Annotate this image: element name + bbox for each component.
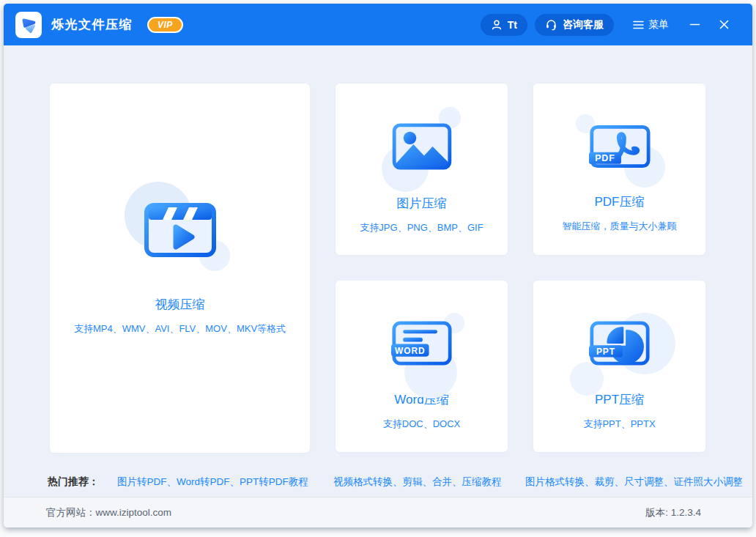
recommend-link-pdf-convert-tutorials[interactable]: 图片转PDF、Word转PDF、PPT转PDF教程 bbox=[117, 475, 308, 489]
card-title: PPT压缩 bbox=[595, 391, 644, 408]
minimize-icon bbox=[689, 19, 700, 30]
close-icon bbox=[719, 19, 730, 30]
account-button-label: Tt bbox=[508, 19, 517, 31]
card-subtitle: 支持JPG、PNG、BMP、GIF bbox=[360, 221, 483, 234]
app-logo bbox=[15, 12, 42, 38]
video-compress-icon bbox=[144, 201, 217, 259]
support-button[interactable]: 咨询客服 bbox=[535, 14, 614, 36]
card-video-compress[interactable]: 视频压缩 支持MP4、WMV、AVI、FLV、MOV、MKV等格式 bbox=[50, 84, 310, 453]
headset-icon bbox=[545, 18, 557, 31]
version-label: 版本: 1.2.3.4 bbox=[645, 506, 701, 519]
ppt-icon-badge: PPT bbox=[596, 347, 615, 357]
image-compress-icon bbox=[392, 123, 452, 170]
card-title: PDF压缩 bbox=[595, 193, 645, 210]
close-button[interactable] bbox=[716, 17, 732, 33]
recommend-link-video-tutorials[interactable]: 视频格式转换、剪辑、合并、压缩教程 bbox=[333, 475, 502, 489]
card-pdf-compress[interactable]: PDF PDF压缩 智能压缩，质量与大小兼顾 bbox=[533, 84, 705, 255]
hot-recommendations: 热门推荐： 图片转PDF、Word转PDF、PPT转PDF教程 视频格式转换、剪… bbox=[4, 473, 752, 492]
vip-badge[interactable]: VIP bbox=[147, 17, 183, 33]
card-ppt-compress[interactable]: PPT PPT压缩 支持PPT、PPTX bbox=[533, 281, 705, 452]
card-subtitle: 支持PPT、PPTX bbox=[583, 418, 655, 431]
vip-badge-label: VIP bbox=[158, 20, 173, 30]
minimize-button[interactable] bbox=[686, 17, 703, 33]
pdf-icon-wrap: PDF bbox=[589, 125, 651, 168]
ppt-compress-icon: PPT bbox=[589, 320, 651, 366]
pdf-compress-icon: PDF bbox=[589, 125, 651, 168]
app-title: 烁光文件压缩 bbox=[51, 16, 133, 33]
titlebar-right: Tt 咨询客服 菜单 bbox=[481, 14, 732, 36]
card-subtitle: 智能压缩，质量与大小兼顾 bbox=[563, 220, 677, 233]
titlebar-left: 烁光文件压缩 VIP bbox=[15, 12, 183, 38]
app-window: 烁光文件压缩 VIP Tt 咨询客服 bbox=[4, 4, 752, 527]
footer: 官方网站：www.iziptool.com 版本: 1.2.3.4 bbox=[4, 497, 752, 527]
menu-button[interactable]: 菜单 bbox=[633, 18, 669, 32]
word-icon-wrap: WORD bbox=[391, 320, 453, 366]
ppt-icon-wrap: PPT bbox=[589, 320, 651, 366]
word-icon-badge: WORD bbox=[394, 346, 425, 356]
support-button-label: 咨询客服 bbox=[563, 18, 604, 32]
user-icon bbox=[491, 19, 503, 31]
app-logo-icon bbox=[19, 15, 38, 34]
card-title: 图片压缩 bbox=[397, 195, 447, 212]
titlebar: 烁光文件压缩 VIP Tt 咨询客服 bbox=[4, 4, 752, 45]
official-website-label: 官方网站：www.iziptool.com bbox=[46, 506, 171, 519]
hot-recommendations-label: 热门推荐： bbox=[48, 475, 99, 489]
hamburger-icon bbox=[633, 21, 644, 29]
menu-button-label: 菜单 bbox=[648, 18, 669, 32]
word-compress-icon: WORD bbox=[391, 320, 453, 366]
card-subtitle: 支持MP4、WMV、AVI、FLV、MOV、MKV等格式 bbox=[74, 322, 286, 336]
card-title: 视频压缩 bbox=[155, 296, 205, 313]
card-word-compress[interactable]: WORD Word压缩 支持DOC、DOCX bbox=[336, 281, 508, 452]
pdf-icon-badge: PDF bbox=[595, 153, 615, 163]
card-subtitle: 支持DOC、DOCX bbox=[383, 418, 460, 431]
main-content: 视频压缩 支持MP4、WMV、AVI、FLV、MOV、MKV等格式 bbox=[4, 45, 752, 497]
card-image-compress[interactable]: 图片压缩 支持JPG、PNG、BMP、GIF bbox=[336, 84, 508, 255]
video-icon-wrap bbox=[144, 201, 217, 259]
recommend-link-image-tools[interactable]: 图片格式转换、裁剪、尺寸调整、证件照大小调整 bbox=[525, 475, 743, 489]
account-button[interactable]: Tt bbox=[481, 14, 527, 36]
image-icon-wrap bbox=[392, 123, 452, 170]
decor-circle bbox=[570, 362, 604, 396]
